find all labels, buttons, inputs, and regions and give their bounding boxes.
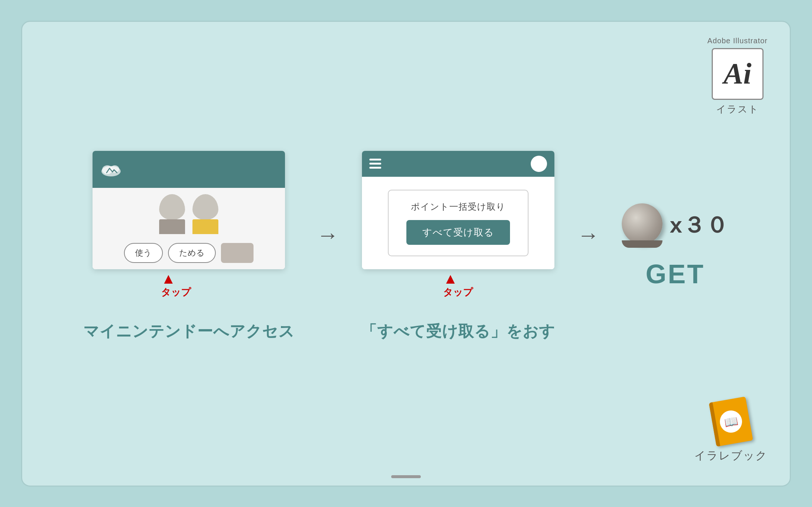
get-label: GET bbox=[645, 259, 705, 289]
tap1-annotation: ▲ タップ bbox=[161, 271, 191, 299]
button-row: 使う ためる bbox=[124, 243, 254, 263]
main-canvas: Adobe Illustrator Ai イラスト 📖 イラレブック bbox=[21, 21, 791, 487]
ai-badge: Adobe Illustrator Ai イラスト bbox=[707, 37, 768, 116]
ai-icon-text: Ai bbox=[724, 57, 752, 91]
tap2-label: タップ bbox=[443, 286, 473, 299]
avatar-1 bbox=[159, 194, 185, 234]
avatar-body-1 bbox=[159, 219, 185, 234]
avatar-body-2 bbox=[192, 219, 218, 234]
cloud-icon bbox=[100, 161, 122, 178]
step1-label: マイニンテンドーへアクセス bbox=[83, 321, 295, 342]
avatar-head-1 bbox=[159, 194, 185, 220]
tap1-arrow-up: ▲ bbox=[161, 271, 191, 286]
step1-screen-wrapper: 使う ためる ▲ タップ bbox=[93, 151, 285, 269]
btn-tsukau[interactable]: 使う bbox=[124, 243, 163, 263]
screen-mockup-2: ポイント一括受け取り すべて受け取る bbox=[362, 151, 554, 269]
book-label: イラレブック bbox=[694, 448, 768, 463]
bottom-indicator bbox=[391, 475, 421, 478]
tap1-label: タップ bbox=[161, 286, 191, 299]
coin-side bbox=[622, 240, 662, 248]
get-block: x３０ GET bbox=[622, 203, 729, 289]
book-icon-inner: 📖 bbox=[718, 409, 744, 435]
step2-label: 「すべて受け取る」をおす bbox=[361, 321, 555, 342]
btn-blank bbox=[221, 243, 254, 263]
screen2-header bbox=[362, 151, 554, 177]
book-icon: 📖 bbox=[709, 396, 753, 447]
hamburger-line-3 bbox=[369, 167, 381, 169]
tap2-annotation: ▲ タップ bbox=[443, 271, 473, 299]
hamburger-line-1 bbox=[369, 159, 381, 160]
screen1-header bbox=[93, 151, 285, 188]
arrow-1: → bbox=[317, 222, 339, 248]
book-badge: 📖 イラレブック bbox=[694, 399, 768, 463]
step2-block: ポイント一括受け取り すべて受け取る ▲ タップ 「すべて受け取る」をおす bbox=[361, 151, 555, 342]
main-content: 使う ためる ▲ タップ マイニンテンドーへアクセス → bbox=[83, 151, 729, 342]
coin-face bbox=[622, 203, 662, 244]
avatar-head-2 bbox=[192, 194, 218, 220]
screen-mockup-1: 使う ためる bbox=[93, 151, 285, 269]
btn-tameru[interactable]: ためる bbox=[168, 243, 216, 263]
tap2-arrow-up: ▲ bbox=[443, 271, 473, 286]
ai-sublabel: イラスト bbox=[716, 103, 759, 116]
point-card-title: ポイント一括受け取り bbox=[411, 201, 506, 213]
screen2-body: ポイント一括受け取り すべて受け取る bbox=[362, 177, 554, 269]
coin-row: x３０ bbox=[622, 203, 729, 248]
coin-wrapper bbox=[622, 203, 662, 248]
avatar-2 bbox=[192, 194, 218, 234]
hamburger-icon bbox=[369, 159, 381, 169]
ai-app-label: Adobe Illustrator bbox=[707, 37, 768, 45]
step1-block: 使う ためる ▲ タップ マイニンテンドーへアクセス bbox=[83, 151, 295, 342]
arrow-2: → bbox=[577, 222, 600, 248]
point-card: ポイント一括受け取り すべて受け取る bbox=[388, 190, 529, 256]
avatar-row bbox=[159, 194, 218, 234]
step2-screen-wrapper: ポイント一括受け取り すべて受け取る ▲ タップ bbox=[362, 151, 554, 269]
hamburger-line-2 bbox=[369, 163, 381, 165]
receive-btn[interactable]: すべて受け取る bbox=[406, 220, 510, 245]
screen1-body: 使う ためる bbox=[93, 188, 285, 269]
ai-icon: Ai bbox=[712, 48, 764, 100]
x30-label: x３０ bbox=[670, 210, 729, 240]
header-circle-btn[interactable] bbox=[531, 156, 547, 172]
